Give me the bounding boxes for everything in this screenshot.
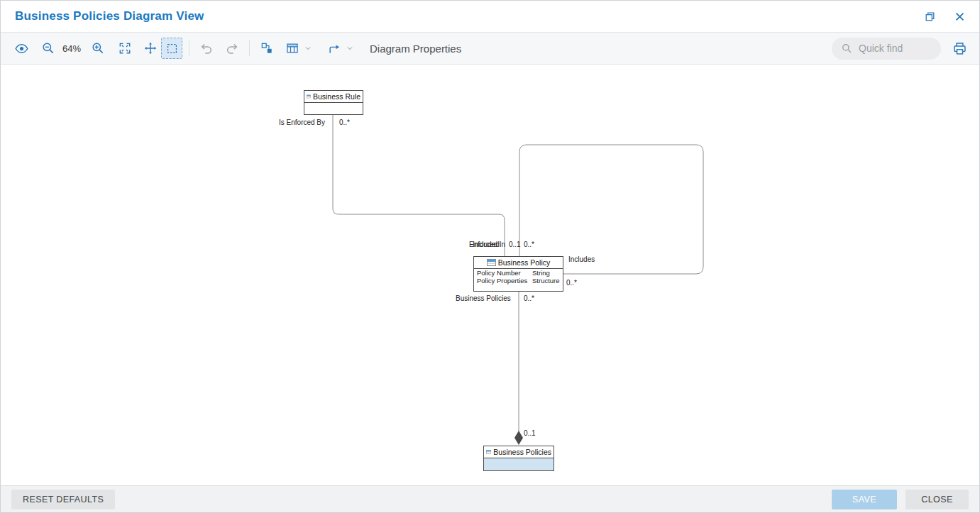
quick-find-box[interactable] [832, 38, 941, 60]
search-icon [840, 42, 853, 55]
attribute-name: Policy Properties [477, 277, 532, 285]
marquee-select-icon [165, 42, 179, 55]
chevron-down-icon [346, 44, 354, 53]
relationship-label-business-policies: Business Policies [456, 294, 511, 303]
relationship-label-included: Included [473, 241, 500, 249]
page-title: Business Policies Diagram View [15, 9, 204, 23]
entity-icon [307, 93, 311, 100]
relationship-label-includes: Includes [568, 255, 595, 264]
entity-title: Business Policies [493, 448, 551, 456]
close-icon [954, 11, 966, 23]
diagram-canvas[interactable]: Business Rule Business Policy Policy Num… [1, 65, 979, 485]
relationship-label-is-enforced-by: Is Enforced By [279, 118, 325, 127]
cardinality-included: 0..* [524, 241, 534, 249]
zoom-out-button[interactable] [38, 38, 59, 59]
entity-body [484, 458, 554, 470]
quick-find-input[interactable] [859, 43, 930, 54]
entity-icon [487, 259, 496, 266]
attribute-type: String [532, 269, 560, 277]
entity-style-dropdown[interactable] [304, 43, 314, 53]
entity-body: Policy Number String Policy Properties S… [474, 269, 563, 285]
restore-window-button[interactable] [920, 6, 940, 26]
connector-style-group [324, 38, 356, 59]
entity-title: Business Policy [498, 258, 551, 267]
entity-body [304, 103, 363, 114]
connector-style-dropdown[interactable] [346, 43, 356, 53]
auto-layout-icon [260, 41, 274, 55]
entity-style-group [282, 38, 314, 59]
redo-icon [225, 41, 239, 55]
table-icon [285, 41, 299, 55]
print-icon [952, 41, 967, 56]
connector-enforced-in[interactable] [333, 115, 505, 256]
cardinality-business-policies: 0..* [524, 294, 534, 303]
diamond-arrowhead [514, 431, 523, 445]
pan-tool-button[interactable] [140, 38, 161, 59]
redo-button[interactable] [221, 38, 243, 59]
undo-icon [199, 41, 214, 55]
print-button[interactable] [949, 38, 969, 58]
entity-business-policies-header: Business Policies [484, 446, 554, 458]
diagram-properties-button[interactable]: Diagram Properties [370, 43, 461, 55]
eye-icon [14, 41, 29, 56]
fit-to-screen-icon [118, 41, 132, 55]
footer-right-actions: SAVE CLOSE [832, 490, 969, 509]
connector-style-button[interactable] [324, 38, 345, 59]
auto-layout-button[interactable] [256, 38, 277, 59]
connector-icon [327, 41, 341, 55]
entity-icon [486, 448, 491, 456]
reset-defaults-button[interactable]: RESET DEFAULTS [11, 490, 115, 509]
attribute-type: Structure [532, 277, 560, 285]
visibility-button[interactable] [11, 38, 32, 59]
zoom-out-icon [41, 41, 55, 55]
save-button[interactable]: SAVE [832, 490, 897, 509]
cardinality-bottom: 0..1 [524, 429, 536, 438]
marquee-select-button[interactable] [161, 38, 182, 59]
titlebar: Business Policies Diagram View [1, 1, 979, 33]
entity-business-rule[interactable]: Business Rule [304, 90, 363, 115]
restore-window-icon [924, 11, 936, 23]
entity-business-policies[interactable]: Business Policies [483, 446, 554, 471]
connector-includes-self-loop[interactable] [519, 145, 703, 274]
toolbar-separator [189, 40, 189, 56]
undo-button[interactable] [196, 38, 217, 59]
toolbar-right [832, 38, 969, 60]
entity-title: Business Rule [313, 92, 360, 101]
titlebar-actions [920, 6, 969, 26]
entity-style-button[interactable] [282, 38, 303, 59]
entity-business-policy[interactable]: Business Policy Policy Number String Pol… [473, 256, 563, 292]
business-policies-diagram-dialog: Business Policies Diagram View [0, 0, 980, 513]
dialog-footer: RESET DEFAULTS SAVE CLOSE [1, 485, 979, 512]
cardinality-enforced-in: 0..1 [509, 241, 521, 249]
zoom-in-icon [91, 41, 105, 55]
zoom-level-value: 64% [60, 43, 83, 54]
cardinality-is-enforced-by: 0..* [339, 118, 350, 127]
move-icon [143, 41, 158, 55]
attribute-name: Policy Number [477, 269, 532, 277]
attribute-row: Policy Properties Structure [474, 277, 563, 285]
fit-to-screen-button[interactable] [114, 38, 136, 59]
close-dialog-button[interactable] [949, 6, 969, 26]
diagram-toolbar: 64% [1, 33, 979, 65]
close-button[interactable]: CLOSE [905, 490, 969, 509]
chevron-down-icon [304, 44, 312, 53]
entity-business-policy-header: Business Policy [474, 257, 563, 269]
zoom-in-button[interactable] [87, 38, 109, 59]
toolbar-separator [249, 40, 250, 56]
attribute-row: Policy Number String [474, 269, 563, 277]
cardinality-includes: 0..* [566, 279, 577, 287]
entity-business-rule-header: Business Rule [304, 91, 363, 103]
